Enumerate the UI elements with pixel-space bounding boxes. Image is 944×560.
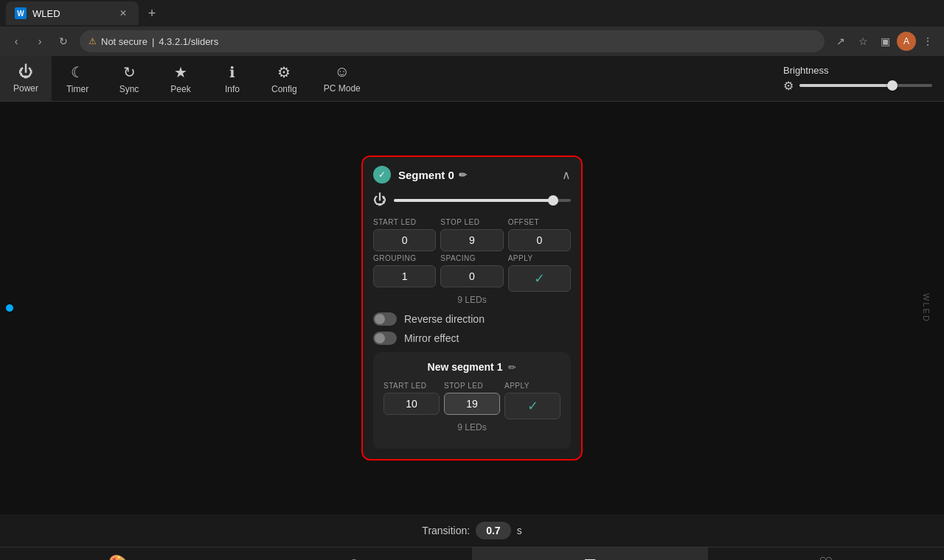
nav-label-info: Info <box>225 84 240 94</box>
segment1-stop-led-col: STOP LED <box>444 382 500 419</box>
nav-item-pcmode[interactable]: ☺ PC Mode <box>310 56 374 101</box>
share-button[interactable]: ↗ <box>830 31 851 52</box>
segment1-card: New segment 1 ✏ START LED STOP LED APPLY… <box>373 352 571 449</box>
nav-item-peek[interactable]: ★ Peek <box>155 56 206 101</box>
segment1-apply-button[interactable]: ✓ <box>504 393 560 419</box>
segment1-header: New segment 1 ✏ <box>384 361 560 373</box>
bottom-nav-effects[interactable]: ☺ Effects <box>236 547 472 560</box>
brightness-section: Brightness ⚙ <box>783 65 944 93</box>
active-tab[interactable]: W WLED ✕ <box>6 1 139 25</box>
nav-item-sync[interactable]: ↻ Sync <box>103 56 155 101</box>
segment1-stop-led-input[interactable] <box>444 393 500 415</box>
browser-tab-bar: W WLED ✕ + <box>0 0 944 27</box>
nav-actions: ↗ ☆ ▣ A ⋮ <box>830 31 938 52</box>
app-header: ⏻ Power ☾ Timer ↻ Sync ★ Peek ℹ Info ⚙ C… <box>0 56 944 102</box>
toggle-thumb <box>375 333 385 343</box>
brightness-icon: ⚙ <box>783 79 794 93</box>
effects-icon: ☺ <box>346 554 362 561</box>
segment0-collapse-button[interactable]: ∧ <box>562 168 571 182</box>
transition-row: Transition: 0.7 s <box>0 514 944 547</box>
segment0-apply-button[interactable]: ✓ <box>508 265 571 292</box>
segment0-checkbox[interactable]: ✓ <box>373 166 391 183</box>
close-tab-button[interactable]: ✕ <box>117 7 130 20</box>
segment1-leds-count: 9 LEDs <box>384 422 560 433</box>
segment0-stop-led-input[interactable] <box>440 229 503 251</box>
new-tab-button[interactable]: + <box>142 3 162 24</box>
segment0-mirror-row: Mirror effect <box>373 332 571 345</box>
segment0-apply-label: APPLY <box>508 254 571 262</box>
segment1-apply-col: APPLY ✓ <box>504 382 560 419</box>
segment0-start-led-input[interactable] <box>373 229 436 251</box>
split-view-button[interactable]: ▣ <box>875 31 895 52</box>
segment1-edit-icon[interactable]: ✏ <box>508 362 516 373</box>
brightness-slider-thumb <box>887 80 898 91</box>
timer-icon: ☾ <box>71 63 84 81</box>
segment1-start-led-input[interactable] <box>384 393 440 415</box>
nav-label-sync: Sync <box>119 84 139 94</box>
nav-item-info[interactable]: ℹ Info <box>206 56 258 101</box>
segment0-reverse-row: Reverse direction <box>373 312 571 326</box>
presets-icon: ♡ <box>819 554 833 561</box>
transition-label: Transition: <box>422 525 470 536</box>
nav-label-config: Config <box>271 84 297 94</box>
bottom-nav-colors[interactable]: 🎨 Colors <box>0 547 236 560</box>
power-icon: ⏻ <box>18 63 33 80</box>
segment0-slider-fill <box>394 199 553 202</box>
tab-title: WLED <box>32 8 60 19</box>
bottom-nav-segments[interactable]: ◼ Segments <box>472 547 708 560</box>
transition-value[interactable]: 0.7 <box>476 522 510 539</box>
segment0-start-led-label: START LED <box>373 218 436 226</box>
segment1-stop-led-label: STOP LED <box>444 382 500 390</box>
segment0-offset-label: OFFSET <box>508 218 571 226</box>
segment0-spacing-col: SPACING <box>440 254 503 292</box>
segment0-offset-col: OFFSET <box>508 218 571 251</box>
user-avatar[interactable]: A <box>897 32 916 51</box>
nav-label-peek: Peek <box>170 84 190 94</box>
peek-icon: ★ <box>174 63 187 81</box>
address-bar[interactable]: ⚠ Not secure | 4.3.2.1/sliders <box>80 30 825 52</box>
segment1-row1: START LED STOP LED APPLY ✓ <box>384 382 560 419</box>
segment0-offset-input[interactable] <box>508 229 571 251</box>
segment0-row1: START LED STOP LED OFFSET <box>373 218 571 251</box>
segment0-spacing-input[interactable] <box>440 265 503 287</box>
segment1-start-led-col: START LED <box>384 382 440 419</box>
nav-label-timer: Timer <box>66 84 88 94</box>
refresh-button[interactable]: ↻ <box>53 31 74 52</box>
segment0-power-button[interactable]: ⏻ <box>373 192 386 208</box>
led-dot <box>6 304 13 312</box>
forward-button[interactable]: › <box>30 31 50 52</box>
pcmode-icon: ☺ <box>335 63 350 80</box>
nav-label-pcmode: PC Mode <box>324 83 361 94</box>
segment0-stop-led-col: STOP LED <box>440 218 503 251</box>
config-icon: ⚙ <box>277 63 291 81</box>
nav-label-power: Power <box>13 83 38 94</box>
brightness-slider[interactable] <box>799 84 932 87</box>
segment0-mirror-toggle[interactable] <box>373 332 397 345</box>
wled-watermark: WLED <box>922 293 931 323</box>
toggle-thumb <box>375 314 385 324</box>
segment0-reverse-toggle[interactable] <box>373 312 397 326</box>
warning-icon: ⚠ <box>88 36 97 46</box>
nav-item-power[interactable]: ⏻ Power <box>0 56 52 101</box>
menu-button[interactable]: ⋮ <box>917 31 938 52</box>
segment0-edit-icon[interactable]: ✏ <box>459 169 467 181</box>
bottom-nav-presets[interactable]: ♡ Presets <box>708 547 944 560</box>
bookmark-button[interactable]: ☆ <box>853 31 873 52</box>
tab-favicon: W <box>15 7 27 19</box>
nav-item-config[interactable]: ⚙ Config <box>258 56 310 101</box>
transition-unit: s <box>517 525 522 536</box>
segment0-slider-thumb <box>548 195 558 206</box>
browser-nav-bar: ‹ › ↻ ⚠ Not secure | 4.3.2.1/sliders ↗ ☆… <box>0 27 944 56</box>
main-content: WLED ✓ Segment 0 ✏ ∧ ⏻ START <box>0 102 944 514</box>
segments-icon: ◼ <box>583 554 597 561</box>
back-button[interactable]: ‹ <box>6 31 27 52</box>
not-secure-text: Not secure <box>101 36 148 47</box>
segment0-grouping-input[interactable] <box>373 265 436 287</box>
nav-item-timer[interactable]: ☾ Timer <box>52 56 103 101</box>
brightness-row: ⚙ <box>783 79 932 93</box>
colors-icon: 🎨 <box>108 554 128 561</box>
segment0-reverse-label: Reverse direction <box>404 313 485 325</box>
segment1-title: New segment 1 <box>428 361 503 373</box>
info-icon: ℹ <box>229 63 235 81</box>
segment0-brightness-slider[interactable] <box>394 199 571 202</box>
